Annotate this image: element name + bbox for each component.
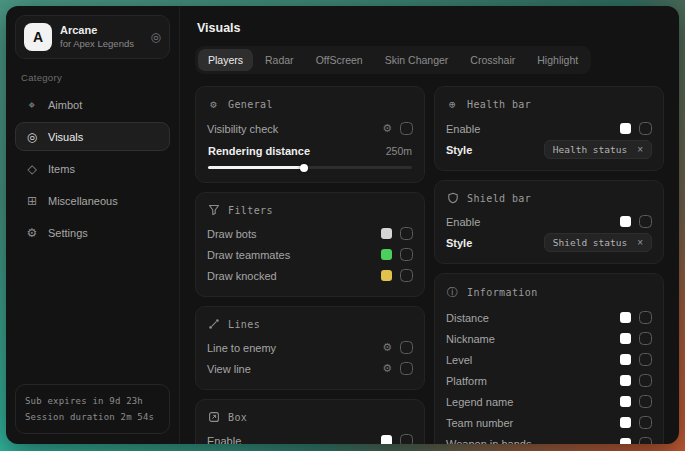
row-view-line: View line⚙ — [207, 358, 413, 379]
color-swatch[interactable] — [620, 333, 631, 344]
panel-lines: LinesLine to enemy⚙View line⚙ — [195, 306, 425, 390]
tab-players[interactable]: Players — [198, 49, 253, 71]
slider-knob[interactable] — [300, 164, 308, 172]
app-title: Arcane — [60, 24, 143, 38]
sidebar-item-aimbot[interactable]: ⌖Aimbot — [15, 90, 170, 119]
row-controls — [620, 437, 652, 444]
legend-name-checkbox[interactable] — [639, 395, 652, 408]
select-value: Health status — [553, 144, 627, 155]
eye-icon: ◎ — [25, 130, 39, 144]
color-swatch[interactable] — [620, 396, 631, 407]
panel-columns: ⚙GeneralVisibility check⚙Rendering dista… — [195, 86, 664, 444]
draw-teammates-checkbox[interactable] — [400, 248, 413, 261]
sidebar-item-miscellaneous[interactable]: ⊞Miscellaneous — [15, 186, 170, 215]
row-draw-knocked: Draw knocked — [207, 265, 413, 286]
row-rendering-distance: Rendering distance250m — [208, 141, 412, 169]
color-swatch[interactable] — [381, 228, 392, 239]
tab-crosshair[interactable]: Crosshair — [460, 49, 525, 71]
weapon-in-hands-checkbox[interactable] — [639, 437, 652, 444]
platform-checkbox[interactable] — [639, 374, 652, 387]
row-label: Legend name — [446, 396, 513, 408]
row-controls: Health status× — [544, 140, 652, 159]
row-label: Enable — [207, 435, 241, 445]
info-icon: ⓘ — [446, 285, 459, 300]
tab-highlight[interactable]: Highlight — [527, 49, 588, 71]
brand-card: A Arcane for Apex Legends ◎ — [15, 15, 170, 59]
panel-header: Box — [207, 411, 413, 423]
tab-radar[interactable]: Radar — [255, 49, 304, 71]
color-swatch[interactable] — [620, 216, 631, 227]
sidebar-item-label: Miscellaneous — [48, 195, 118, 207]
row-controls — [381, 434, 413, 444]
row-distance: Distance — [446, 307, 652, 328]
color-swatch[interactable] — [620, 312, 631, 323]
draw-knocked-checkbox[interactable] — [400, 269, 413, 282]
app-subtitle: for Apex Legends — [60, 38, 143, 50]
row-team-number: Team number — [446, 412, 652, 433]
panel-title: Box — [228, 412, 247, 423]
row-label: Team number — [446, 417, 513, 429]
row-label: Draw bots — [207, 228, 257, 240]
sidebar-item-items[interactable]: ◇Items — [15, 154, 170, 183]
color-swatch[interactable] — [620, 123, 631, 134]
panel-general: ⚙GeneralVisibility check⚙Rendering dista… — [195, 86, 425, 183]
panel-title: Shield bar — [467, 193, 531, 204]
row-label: Enable — [446, 123, 480, 135]
app-logo: A — [24, 23, 52, 51]
crosshair-icon: ⌖ — [25, 98, 39, 112]
tab-bar: PlayersRadarOffScreenSkin ChangerCrossha… — [195, 46, 591, 74]
row-controls — [620, 122, 652, 135]
sidebar-item-settings[interactable]: ⚙Settings — [15, 218, 170, 247]
color-swatch[interactable] — [381, 435, 392, 444]
tab-skin-changer[interactable]: Skin Changer — [375, 49, 459, 71]
subscription-info: Sub expires in 9d 23h Session duration 2… — [15, 384, 170, 434]
color-swatch[interactable] — [620, 354, 631, 365]
sidebar-item-label: Settings — [48, 227, 88, 239]
row-label: Draw teammates — [207, 249, 290, 261]
line-to-enemy-checkbox[interactable] — [400, 341, 413, 354]
settings-gear-icon[interactable]: ⚙ — [382, 342, 392, 353]
tab-offscreen[interactable]: OffScreen — [306, 49, 373, 71]
color-swatch[interactable] — [381, 249, 392, 260]
color-swatch[interactable] — [620, 375, 631, 386]
color-swatch[interactable] — [381, 270, 392, 281]
draw-bots-checkbox[interactable] — [400, 227, 413, 240]
settings-icon: ⚙ — [207, 98, 220, 111]
gear-icon: ⚙ — [25, 226, 39, 240]
sidebar-item-label: Items — [48, 163, 75, 175]
panel-filters: FiltersDraw botsDraw teammatesDraw knock… — [195, 192, 425, 297]
row-controls — [620, 395, 652, 408]
slider-header: Rendering distance250m — [208, 141, 412, 160]
view-line-checkbox[interactable] — [400, 362, 413, 375]
sidebar-item-label: Aimbot — [48, 99, 82, 111]
enable-checkbox[interactable] — [639, 215, 652, 228]
enable-checkbox[interactable] — [400, 434, 413, 444]
clear-icon[interactable]: × — [637, 145, 643, 155]
distance-checkbox[interactable] — [639, 311, 652, 324]
row-controls — [381, 248, 413, 261]
visibility-check-checkbox[interactable] — [400, 122, 413, 135]
panel-title: Lines — [228, 319, 260, 330]
row-label: View line — [207, 363, 251, 375]
style-select[interactable]: Health status× — [544, 140, 652, 159]
row-controls: ⚙ — [382, 341, 413, 354]
level-checkbox[interactable] — [639, 353, 652, 366]
sidebar-nav: ⌖Aimbot◎Visuals◇Items⊞Miscellaneous⚙Sett… — [15, 90, 170, 247]
team-number-checkbox[interactable] — [639, 416, 652, 429]
nickname-checkbox[interactable] — [639, 332, 652, 345]
left-column: ⚙GeneralVisibility check⚙Rendering dista… — [195, 86, 425, 444]
clear-icon[interactable]: × — [637, 238, 643, 248]
color-swatch[interactable] — [620, 417, 631, 428]
color-swatch[interactable] — [620, 438, 631, 444]
target-icon[interactable]: ◎ — [151, 30, 161, 44]
enable-checkbox[interactable] — [639, 122, 652, 135]
row-style: StyleHealth status× — [446, 139, 652, 160]
panel-header: Lines — [207, 318, 413, 330]
settings-gear-icon[interactable]: ⚙ — [382, 363, 392, 374]
sidebar-item-visuals[interactable]: ◎Visuals — [15, 122, 170, 151]
rendering-distance-slider[interactable] — [208, 166, 412, 169]
row-enable: Enable — [207, 430, 413, 444]
row-label: Enable — [446, 216, 480, 228]
style-select[interactable]: Shield status× — [544, 233, 652, 252]
settings-gear-icon[interactable]: ⚙ — [382, 123, 392, 134]
